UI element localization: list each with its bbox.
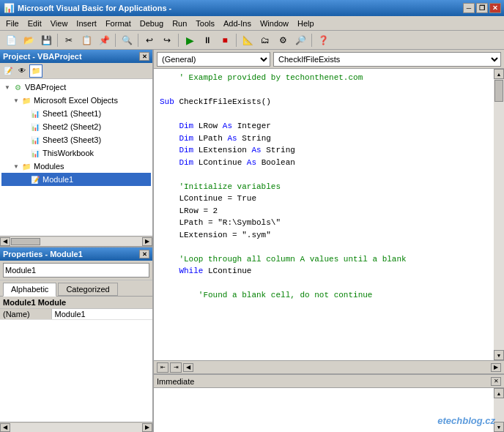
restore-button[interactable]: ❐ xyxy=(476,3,488,13)
tree-modules-label: Modules xyxy=(34,162,64,171)
toolbar-sep6 xyxy=(311,34,312,47)
immediate-close-btn[interactable]: ✕ xyxy=(491,377,501,386)
properties-object-dropdown[interactable]: Module1 xyxy=(3,263,149,278)
code-line-19: 'Found a blank cell, do not continue xyxy=(160,289,488,302)
tree-vbaproject[interactable]: ▼ ⚙ VBAProject xyxy=(1,81,151,94)
project-tree[interactable]: ▼ ⚙ VBAProject ▼ 📁 Microsoft Excel Objec… xyxy=(0,79,152,236)
tree-sheet2[interactable]: 📊 Sheet2 (Sheet2) xyxy=(1,120,151,133)
scroll-right-btn[interactable]: ▶ xyxy=(142,237,152,246)
toolbar-find[interactable]: 🔍 xyxy=(119,32,135,48)
imm-scroll-up[interactable]: ▲ xyxy=(494,388,504,398)
tree-sheet3[interactable]: 📊 Sheet3 (Sheet3) xyxy=(1,133,151,146)
properties-object-name: Module1 Module xyxy=(0,297,152,309)
vbaproject-icon: ⚙ xyxy=(12,81,23,93)
properties-content: Module1 Module (Name) Module1 xyxy=(0,297,152,422)
menu-addins[interactable]: Add-Ins xyxy=(219,18,256,29)
menu-run[interactable]: Run xyxy=(168,18,191,29)
properties-title: Properties - Module1 xyxy=(3,250,83,258)
menu-window[interactable]: Window xyxy=(256,18,293,29)
tree-sheet1[interactable]: 📊 Sheet1 (Sheet1) xyxy=(1,107,151,120)
menu-edit[interactable]: Edit xyxy=(23,18,46,29)
toolbar-props[interactable]: ⚙ xyxy=(275,32,291,48)
toolbar-explorer[interactable]: 🗂 xyxy=(257,32,273,48)
props-h-track[interactable] xyxy=(10,423,142,432)
main-toolbar: 📄 📂 💾 ✂ 📋 📌 🔍 ↩ ↪ ▶ ⏸ ■ 📐 🗂 ⚙ 🔎 ❓ xyxy=(0,31,504,50)
menu-help[interactable]: Help xyxy=(293,18,319,29)
menu-debug[interactable]: Debug xyxy=(136,18,168,29)
props-row-name: (Name) Module1 xyxy=(0,309,152,320)
toolbar-help[interactable]: ❓ xyxy=(315,32,331,48)
code-outdent-btn[interactable]: ⇥ xyxy=(170,362,182,373)
view-code-btn[interactable]: 📝 xyxy=(1,64,15,78)
toolbar-undo[interactable]: ↩ xyxy=(141,32,158,48)
expand-icon: ▼ xyxy=(12,96,21,105)
code-with-scrollbar: ' Example provided by techonthenet.com S… xyxy=(154,69,504,360)
toolbar-design[interactable]: 📐 xyxy=(240,32,256,48)
toolbar-cut[interactable]: ✂ xyxy=(61,32,77,48)
immediate-title-text: Immediate xyxy=(157,377,194,386)
properties-close-button[interactable]: ✕ xyxy=(139,250,149,258)
tree-modules[interactable]: ▼ 📁 Modules xyxy=(1,160,151,173)
immediate-v-scrollbar[interactable]: ▲ ▼ xyxy=(494,388,504,432)
toggle-folders-btn[interactable]: 📁 xyxy=(29,64,42,78)
h-scroll-track[interactable] xyxy=(10,237,142,246)
scroll-left-btn[interactable]: ◀ xyxy=(0,237,10,246)
scroll-down-btn[interactable]: ▼ xyxy=(494,350,504,360)
imm-scroll-track[interactable] xyxy=(494,398,504,422)
immediate-title-bar: Immediate ✕ xyxy=(154,375,504,388)
code-object-dropdown[interactable]: (General) xyxy=(157,52,270,67)
menu-file[interactable]: File xyxy=(1,18,23,29)
toolbar-new[interactable]: 📄 xyxy=(3,32,19,48)
toolbar-paste[interactable]: 📌 xyxy=(96,32,112,48)
menu-bar: File Edit View Insert Format Debug Run T… xyxy=(0,16,504,31)
code-scroll-left[interactable]: ◀ xyxy=(183,363,193,372)
tab-alphabetic[interactable]: Alphabetic xyxy=(3,283,56,297)
toolbar-obj-browser[interactable]: 🔎 xyxy=(292,32,308,48)
toolbar-run[interactable]: ▶ xyxy=(182,32,198,48)
scroll-thumb[interactable] xyxy=(494,80,503,102)
menu-view[interactable]: View xyxy=(46,18,73,29)
toolbar-sep3 xyxy=(138,34,138,47)
view-object-btn[interactable]: 👁 xyxy=(15,64,29,78)
modules-icon: 📁 xyxy=(21,160,32,172)
toolbar-save[interactable]: 💾 xyxy=(38,32,54,48)
code-v-scrollbar[interactable]: ▲ ▼ xyxy=(494,69,504,360)
toolbar-open[interactable]: 📂 xyxy=(21,32,37,48)
project-close-button[interactable]: ✕ xyxy=(139,52,149,61)
close-button[interactable]: ✕ xyxy=(489,3,501,13)
toolbar-redo[interactable]: ↪ xyxy=(159,32,175,48)
scroll-track[interactable] xyxy=(494,79,504,350)
menu-insert[interactable]: Insert xyxy=(72,18,101,29)
menu-format[interactable]: Format xyxy=(101,18,136,29)
props-h-scrollbar[interactable]: ◀ ▶ xyxy=(0,422,152,432)
code-line-13: LPath = "R:\Symbols\" xyxy=(160,217,488,229)
code-line-2 xyxy=(160,84,488,97)
scroll-up-btn[interactable]: ▲ xyxy=(494,69,504,79)
code-indent-btn[interactable]: ⇤ xyxy=(157,362,168,373)
props-scroll-right[interactable]: ▶ xyxy=(142,423,152,432)
tree-module1[interactable]: 📝 Module1 xyxy=(1,173,151,186)
tab-categorized[interactable]: Categorized xyxy=(58,283,117,296)
imm-scroll-down[interactable]: ▼ xyxy=(494,422,504,432)
props-scroll-left[interactable]: ◀ xyxy=(0,423,10,432)
tree-thisworkbook[interactable]: 📊 ThisWorkbook xyxy=(1,146,151,160)
tree-excel-objects[interactable]: ▼ 📁 Microsoft Excel Objects xyxy=(1,94,151,107)
h-scroll-thumb[interactable] xyxy=(11,238,40,245)
code-proc-dropdown[interactable]: CheckIfFileExists xyxy=(273,52,501,67)
tree-sheet2-label: Sheet2 (Sheet2) xyxy=(42,122,101,131)
code-line-17: While LContinue xyxy=(160,265,488,278)
toolbar-copy[interactable]: 📋 xyxy=(78,32,94,48)
project-h-scrollbar[interactable]: ◀ ▶ xyxy=(0,236,152,246)
code-editor[interactable]: ' Example provided by techonthenet.com S… xyxy=(154,69,494,360)
code-scroll-right[interactable]: ▶ xyxy=(491,363,501,372)
toolbar-pause[interactable]: ⏸ xyxy=(199,32,215,48)
toolbar-stop[interactable]: ■ xyxy=(217,32,233,48)
workbook-icon: 📊 xyxy=(29,147,41,159)
project-panel: Project - VBAProject ✕ 📝 👁 📁 ▼ ⚙ VBAProj… xyxy=(0,50,152,247)
properties-tabs: Alphabetic Categorized xyxy=(0,280,152,297)
properties-panel: Properties - Module1 ✕ Module1 Alphabeti… xyxy=(0,247,152,432)
minimize-button[interactable]: ─ xyxy=(463,3,475,13)
code-h-scrollbar-track[interactable] xyxy=(195,362,489,373)
expand-spacer xyxy=(21,135,29,144)
menu-tools[interactable]: Tools xyxy=(191,18,219,29)
